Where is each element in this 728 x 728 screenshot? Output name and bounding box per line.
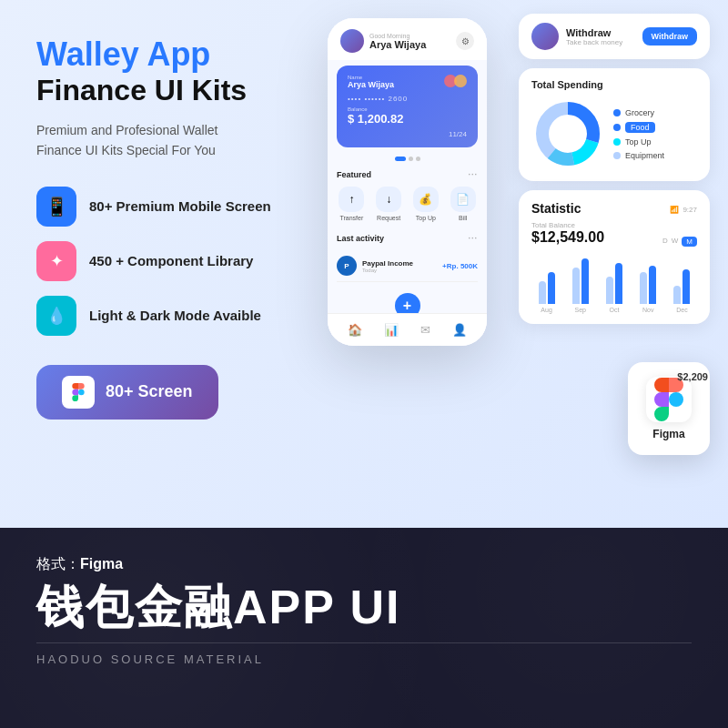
balance-snippet: $2,209 [677,371,708,382]
statistic-card: Statistic 📶 9:27 Total Balance $12,549.0… [519,190,710,324]
withdraw-subtitle: Take back money [566,38,622,46]
figma-icon-large [646,377,692,422]
nav-dot-1 [395,157,406,161]
feature-icon-components: ✦ [36,241,76,281]
legend-dot-topup [613,138,621,146]
bar-nov-label: Nov [642,307,653,313]
card-balance-label: Balance [348,106,467,112]
paypal-icon: P [337,256,357,276]
feature-request[interactable]: ↓ Request [376,187,401,221]
stat-balance: $12,549.00 [531,229,604,246]
stat-signal: 📶 [670,206,679,214]
legend-dot-food [613,124,621,131]
spending-title: Total Spending [531,79,697,90]
card-name-label: Name [348,75,467,80]
source-text: HAODUO SOURCE MATERIAL [36,652,692,666]
topup-icon: 💰 [413,187,439,212]
phone-greeting: Good Morning [369,33,426,39]
legend-label-food: Food [625,122,655,133]
transfer-icon: ↑ [339,187,364,212]
feature-transfer[interactable]: ↑ Transfer [339,187,364,221]
feature-topup[interactable]: 💰 Top Up [413,187,439,221]
feature-item-components: ✦ 450 + Component Library [36,241,328,281]
feature-label-screens: 80+ Premium Mobile Screen [89,198,271,214]
nav-dots [328,153,487,165]
bar-dec-dark [682,269,690,304]
bar-sep-dark [581,258,589,304]
right-panel: Withdraw Take back money Withdraw Total … [519,14,710,324]
left-content: Walley App Finance UI Kits Premium and P… [36,36,328,420]
format-value: Figma [80,556,123,571]
spending-card: Total Spending Grocery [519,68,710,181]
spending-content: Grocery Food Top Up Equipment [531,97,697,170]
bill-label: Bill [459,215,467,221]
figma-label: Figma [652,428,684,440]
activity-info: Paypal Income Today [362,259,437,273]
transfer-label: Transfer [339,215,363,221]
request-icon: ↓ [376,187,401,212]
topup-label: Top Up [416,215,436,221]
period-d[interactable]: D [662,237,668,247]
bar-chart: Aug Sep Oct [531,258,697,313]
stat-title: Statistic [531,201,581,216]
phone-header: Good Morning Arya Wijaya ⚙ [328,18,487,60]
nav-profile-icon[interactable]: 👤 [452,323,467,337]
feature-icon-screens: 📱 [36,187,76,227]
bottom-section: 格式：Figma 钱包金融APP UI HAODUO SOURCE MATERI… [0,528,728,728]
bar-sep-label: Sep [575,307,586,313]
card-balance: $ 1,200.82 [348,112,467,126]
settings-icon[interactable]: ⚙ [456,32,474,50]
description: Premium and Profesional WalletFinance UI… [36,120,328,161]
legend-equipment: Equipment [613,151,664,160]
bottom-divider [36,642,692,643]
legend-label-topup: Top Up [625,137,652,147]
bar-aug-label: Aug [541,307,551,313]
bar-aug-dark [548,272,555,304]
activity-item-paypal: P Paypal Income Today +Rp. 500K [337,250,478,282]
features-grid: ↑ Transfer ↓ Request 💰 Top Up 📄 Bill [328,183,487,228]
bar-oct-label: Oct [610,307,620,313]
bar-nov-light [640,272,647,304]
phone-user-name: Arya Wijaya [369,39,426,50]
card-expiry: 11/24 [449,130,467,138]
phone-bottom-nav: 🏠 📊 ✉ 👤 [328,313,487,346]
bar-sep: Sep [565,258,595,313]
credit-card: Name Arya Wijaya •••• •••••• 2600 Balanc… [337,66,478,147]
nav-chart-icon[interactable]: 📊 [384,323,399,337]
featured-title: Featured ··· [328,165,487,183]
svg-point-4 [555,121,581,147]
bar-dec: Dec [667,258,697,313]
nav-mail-icon[interactable]: ✉ [420,323,430,337]
withdraw-button[interactable]: Withdraw [642,27,697,46]
format-line: 格式：Figma [36,555,692,574]
feature-item-screens: 📱 80+ Premium Mobile Screen [36,187,328,227]
feature-item-modes: 💧 Light & Dark Mode Avaible [36,296,328,336]
bar-dec-label: Dec [676,307,687,313]
bar-oct: Oct [599,258,629,313]
activity-title: Last activity ··· [328,228,487,247]
feature-bill[interactable]: 📄 Bill [450,187,476,221]
activity-name: Paypal Income [362,259,437,268]
request-label: Request [377,215,400,221]
bottom-content: 格式：Figma 钱包金融APP UI HAODUO SOURCE MATERI… [0,528,728,684]
stat-balance-label: Total Balance [531,221,697,229]
period-buttons: D W M [662,237,697,247]
figma-logo-small [62,376,95,409]
feature-label-components: 450 + Component Library [89,253,253,268]
withdraw-title: Withdraw [566,27,622,38]
top-section: Walley App Finance UI Kits Premium and P… [0,0,728,528]
period-w[interactable]: W [672,237,679,247]
stat-time: 9:27 [682,206,697,214]
feature-label-modes: Light & Dark Mode Avaible [89,308,261,323]
bar-aug-light [539,281,546,304]
cta-button[interactable]: 80+ Screen [36,365,218,420]
phone-mockup: Good Morning Arya Wijaya ⚙ Name Arya Wij… [328,18,487,346]
app-title: Walley App [36,36,328,73]
nav-dot-2 [409,157,413,161]
legend-grocery: Grocery [613,108,664,117]
bar-nov: Nov [633,258,663,313]
period-m[interactable]: M [682,237,697,247]
nav-home-icon[interactable]: 🏠 [348,323,362,337]
bar-aug: Aug [531,258,561,313]
withdraw-card: Withdraw Take back money Withdraw [519,14,710,59]
